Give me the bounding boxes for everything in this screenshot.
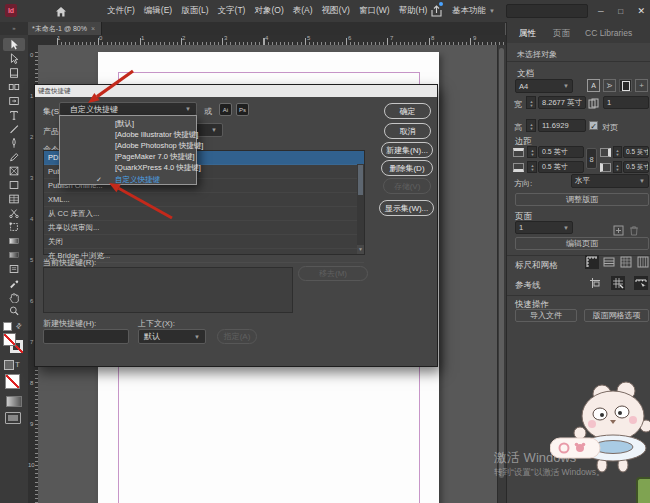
rulers-toggle-icon[interactable] <box>585 255 599 269</box>
indesign-logo[interactable]: Id <box>5 4 17 17</box>
margin-bottom-stepper[interactable]: ▲▼ <box>527 161 537 173</box>
width-field[interactable]: 8.2677 英寸 <box>538 96 586 109</box>
new-set-button[interactable]: 新建集(N)... <box>381 142 433 158</box>
default-swatches-icon[interactable] <box>3 322 12 331</box>
menu-item-window[interactable]: 窗口(W) <box>359 5 390 17</box>
show-guides-icon[interactable] <box>588 276 602 290</box>
command-row[interactable]: 关闭 <box>44 235 364 249</box>
apply-none-button[interactable] <box>5 374 20 389</box>
dropdown-item-quarkxpress[interactable]: [QuarkXPress 4.0 快捷键] <box>60 162 196 173</box>
command-row[interactable]: XML... <box>44 193 364 207</box>
scrollbar-thumb[interactable] <box>499 48 504 478</box>
command-row[interactable]: 从 CC 库置入... <box>44 207 364 221</box>
line-tool[interactable] <box>3 122 25 135</box>
grid-tool[interactable] <box>3 192 25 205</box>
note-tool[interactable] <box>3 262 25 275</box>
fill-swatch[interactable] <box>3 333 16 346</box>
pages-count-field[interactable]: 1 <box>603 96 649 109</box>
menu-item-view[interactable]: 视图(V) <box>322 5 350 17</box>
vertical-scrollbar[interactable] <box>497 45 506 503</box>
margin-bottom-field[interactable]: 0.5 英寸 <box>538 161 584 173</box>
add-page-size-icon[interactable]: + <box>635 79 648 92</box>
margin-right-field[interactable]: 0.5 英寸 <box>623 146 649 158</box>
search-input[interactable] <box>506 4 588 18</box>
tab-close-icon[interactable]: × <box>91 25 95 32</box>
dropdown-item-illustrator[interactable]: [Adobe Illustrator 快捷键] <box>60 129 196 140</box>
share-icon[interactable] <box>430 4 443 22</box>
scroll-down-arrow-icon[interactable]: ▼ <box>357 245 364 254</box>
apply-gradient-button[interactable] <box>6 396 22 407</box>
swap-fill-stroke-icon[interactable]: ⇄ <box>14 321 24 331</box>
current-shortcuts-list[interactable] <box>43 267 293 313</box>
direction-select[interactable]: 水平▼ <box>571 174 649 188</box>
layout-grid-options-button[interactable]: 版面网格选项 <box>584 309 649 322</box>
margin-left-field[interactable]: 0.5 英寸 <box>623 161 649 173</box>
direct-selection-tool[interactable] <box>3 52 25 65</box>
screen-mode-button[interactable] <box>5 412 21 424</box>
dropdown-item-default[interactable]: [默认] <box>60 118 196 129</box>
save-button[interactable]: 存储(V) <box>383 178 431 194</box>
minimize-button[interactable]: ─ <box>598 7 604 16</box>
panel-collapse-icon[interactable]: » <box>0 22 28 35</box>
width-stepper[interactable]: ▲▼ <box>526 96 536 109</box>
assign-button[interactable]: 指定(A) <box>217 329 257 344</box>
menu-item-type[interactable]: 文字(T) <box>218 5 246 17</box>
free-transform-tool[interactable] <box>3 220 25 233</box>
gradient-feather-tool[interactable] <box>3 248 25 261</box>
menu-item-file[interactable]: 文件(F) <box>107 5 135 17</box>
dropdown-item-pagemaker[interactable]: [PageMaker 7.0 快捷键] <box>60 151 196 162</box>
margin-left-stepper[interactable]: ▲▼ <box>613 161 622 173</box>
lock-guides-icon[interactable] <box>611 276 625 290</box>
menu-item-layout[interactable]: 版面(L) <box>181 5 208 17</box>
margin-right-stepper[interactable]: ▲▼ <box>613 146 622 158</box>
gradient-swatch-tool[interactable] <box>3 234 25 247</box>
shortcut-set-select[interactable]: 自定义快捷键▼ <box>59 102 197 116</box>
menu-item-edit[interactable]: 编辑(E) <box>144 5 172 17</box>
dropdown-item-photoshop[interactable]: [Adobe Photoshop 快捷键] <box>60 140 196 151</box>
page-number-select[interactable]: 1▼ <box>515 221 573 234</box>
remove-button[interactable]: 移去(M) <box>298 266 368 281</box>
eyedropper-tool[interactable] <box>3 276 25 289</box>
gap-tool[interactable] <box>3 80 25 93</box>
layout-grid-icon[interactable] <box>636 255 650 269</box>
height-field[interactable]: 11.6929 <box>538 119 586 132</box>
cancel-button[interactable]: 取消 <box>384 123 431 139</box>
formatting-text-icon[interactable]: T <box>15 360 20 369</box>
page-tool[interactable] <box>3 66 25 79</box>
page-size-select[interactable]: A4▼ <box>515 79 573 93</box>
commands-scrollbar[interactable]: ▼ <box>357 164 364 254</box>
height-stepper[interactable]: ▲▼ <box>526 119 536 132</box>
command-row[interactable]: 共享以供审阅... <box>44 221 364 235</box>
workspace-switcher[interactable]: 基本功能▼ <box>452 0 495 22</box>
close-button[interactable]: ✕ <box>637 6 645 16</box>
margins-link-icon[interactable]: 8 <box>586 148 597 169</box>
tab-properties[interactable]: 属性 <box>519 28 536 40</box>
tab-pages[interactable]: 页面 <box>553 28 570 40</box>
rectangle-frame-tool[interactable] <box>3 164 25 177</box>
adjust-layout-button[interactable]: 调整版面 <box>515 193 649 206</box>
menu-item-object[interactable]: 对象(O) <box>254 5 283 17</box>
formatting-container-icon[interactable] <box>4 360 14 370</box>
document-tab[interactable]: *未命名-1 @ 80% × <box>28 22 102 35</box>
selection-tool[interactable] <box>3 38 25 51</box>
illustrator-badge-icon[interactable]: Ai <box>219 103 232 116</box>
smart-guides-icon[interactable] <box>634 276 648 290</box>
photoshop-badge-icon[interactable]: Ps <box>236 103 249 116</box>
edit-pages-button[interactable]: 编辑页面 <box>515 237 649 250</box>
context-select[interactable]: 默认▼ <box>138 329 206 344</box>
import-file-button[interactable]: 导入文件 <box>515 309 577 322</box>
tab-cc-libraries[interactable]: CC Libraries <box>585 28 632 38</box>
margin-top-field[interactable]: 0.5 英寸 <box>538 146 584 158</box>
home-icon[interactable] <box>55 4 67 22</box>
baseline-grid-icon[interactable] <box>602 255 616 269</box>
content-collector-tool[interactable] <box>3 94 25 107</box>
menu-item-table[interactable]: 表(A) <box>293 5 313 17</box>
margin-top-stepper[interactable]: ▲▼ <box>527 146 537 158</box>
facing-pages-checkbox[interactable]: ✓ <box>589 121 598 130</box>
delete-set-button[interactable]: 删除集(D) <box>381 160 433 176</box>
maximize-button[interactable]: □ <box>618 7 623 16</box>
zoom-tool[interactable] <box>3 304 25 317</box>
scissors-tool[interactable] <box>3 206 25 219</box>
document-grid-icon[interactable] <box>619 255 633 269</box>
show-set-button[interactable]: 显示集(W)... <box>379 200 434 216</box>
